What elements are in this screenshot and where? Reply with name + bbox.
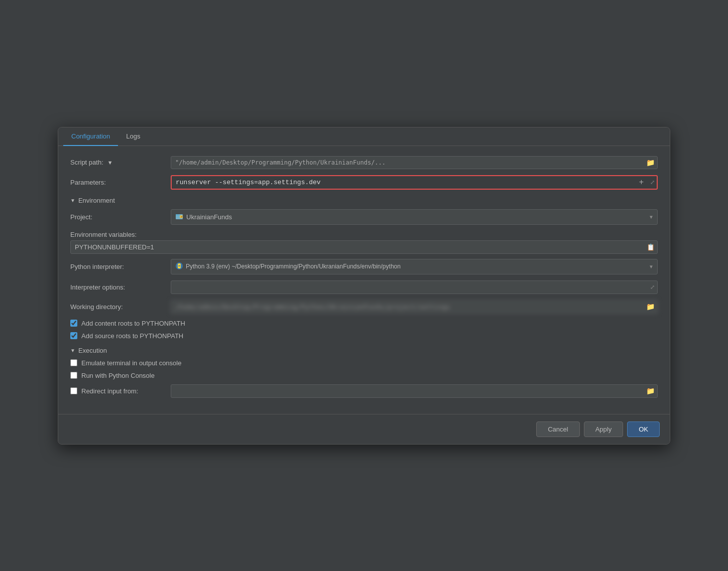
working-directory-row: Working directory: /home/admin/Desktop/P… (70, 300, 658, 314)
working-directory-field: /home/admin/Desktop/Programming/Python/U… (171, 300, 658, 314)
env-vars-row: 📋 (70, 240, 658, 254)
python-interpreter-row: Python interpreter: Pytho (70, 259, 658, 274)
python-interpreter-dropdown[interactable]: Python 3.9 (env) ~/Desktop/Programming/P… (171, 259, 658, 274)
redirect-input-row: Redirect input from: 📁 (70, 384, 658, 398)
interpreter-options-field: ⤢ (171, 280, 658, 294)
run-python-console-label: Run with Python Console (81, 372, 155, 379)
env-copy-icon[interactable]: 📋 (647, 243, 655, 251)
plus-icon[interactable]: + (639, 178, 644, 187)
svg-rect-1 (176, 214, 179, 216)
apply-button[interactable]: Apply (584, 421, 624, 437)
project-row: Project: (70, 209, 658, 225)
script-path-label: Script path: ▼ (70, 159, 171, 167)
expand-icon[interactable]: ⤢ (650, 179, 655, 186)
tab-logs[interactable]: Logs (118, 127, 148, 146)
add-content-roots-checkbox[interactable] (70, 320, 77, 327)
expand-icon-2[interactable]: ⤢ (650, 284, 655, 291)
python-interpreter-field: Python 3.9 (env) ~/Desktop/Programming/P… (171, 259, 658, 274)
tab-bar: Configuration Logs (58, 127, 670, 146)
working-directory-input[interactable]: /home/admin/Desktop/Programming/Python/U… (171, 300, 658, 314)
redirect-input-input[interactable] (171, 384, 658, 398)
parameters-input[interactable] (171, 175, 658, 190)
emulate-terminal-row: Emulate terminal in output console (70, 359, 658, 367)
python-interpreter-icon (175, 262, 183, 271)
tab-configuration[interactable]: Configuration (63, 127, 118, 146)
content-area: Script path: ▼ 📁 Parameters: + ⤢ (58, 146, 670, 414)
interpreter-options-label: Interpreter options: (70, 283, 171, 291)
folder-icon[interactable]: 📁 (646, 159, 655, 167)
ok-button[interactable]: OK (627, 421, 660, 437)
env-vars-label-row: Environment variables: (70, 231, 658, 238)
script-path-field: 📁 (171, 156, 658, 169)
env-vars-label: Environment variables: (70, 231, 171, 238)
python-interpreter-label: Python interpreter: (70, 263, 171, 270)
add-source-roots-checkbox[interactable] (70, 332, 77, 339)
execution-arrow[interactable]: ▼ (70, 348, 75, 353)
execution-section-header: ▼ Execution (70, 347, 658, 354)
run-python-console-row: Run with Python Console (70, 372, 658, 379)
add-source-roots-row: Add source roots to PYTHONPATH (70, 332, 658, 340)
working-directory-label: Working directory: (70, 303, 171, 311)
svg-point-2 (180, 215, 183, 218)
run-python-console-checkbox[interactable] (70, 372, 77, 379)
cancel-button[interactable]: Cancel (536, 421, 579, 437)
add-source-roots-label: Add source roots to PYTHONPATH (81, 332, 183, 340)
parameters-field: + ⤢ (171, 175, 658, 190)
environment-section-header: ▼ Environment (70, 197, 658, 204)
env-vars-input[interactable] (70, 240, 658, 254)
redirect-input-label: Redirect input from: (81, 387, 138, 395)
add-content-roots-row: Add content roots to PYTHONPATH (70, 320, 658, 327)
emulate-terminal-label: Emulate terminal in output console (81, 359, 181, 367)
interpreter-options-input[interactable] (171, 280, 658, 294)
emulate-terminal-checkbox[interactable] (70, 359, 77, 366)
environment-arrow[interactable]: ▼ (70, 198, 75, 203)
bottom-bar: Cancel Apply OK (58, 414, 670, 444)
project-icon (175, 212, 183, 222)
parameters-label: Parameters: (70, 179, 171, 186)
redirect-input-checkbox[interactable] (70, 387, 77, 394)
redirect-input-field: 📁 (171, 384, 658, 398)
project-label: Project: (70, 213, 171, 221)
project-dropdown-arrow: ▼ (649, 214, 654, 220)
project-dropdown[interactable]: UkrainianFunds (171, 209, 658, 225)
working-dir-folder-icon[interactable]: 📁 (646, 303, 655, 311)
interpreter-dropdown-arrow: ▼ (649, 264, 654, 269)
script-path-dropdown[interactable]: ▼ (105, 159, 115, 167)
project-field: UkrainianFunds ▼ (171, 209, 658, 225)
parameters-row: Parameters: + ⤢ (70, 175, 658, 190)
redirect-folder-icon[interactable]: 📁 (646, 387, 655, 395)
script-path-row: Script path: ▼ 📁 (70, 156, 658, 169)
script-path-input[interactable] (171, 156, 658, 169)
add-content-roots-label: Add content roots to PYTHONPATH (81, 320, 185, 327)
interpreter-options-row: Interpreter options: ⤢ (70, 280, 658, 294)
dialog: Configuration Logs Script path: ▼ 📁 Para… (58, 127, 670, 445)
